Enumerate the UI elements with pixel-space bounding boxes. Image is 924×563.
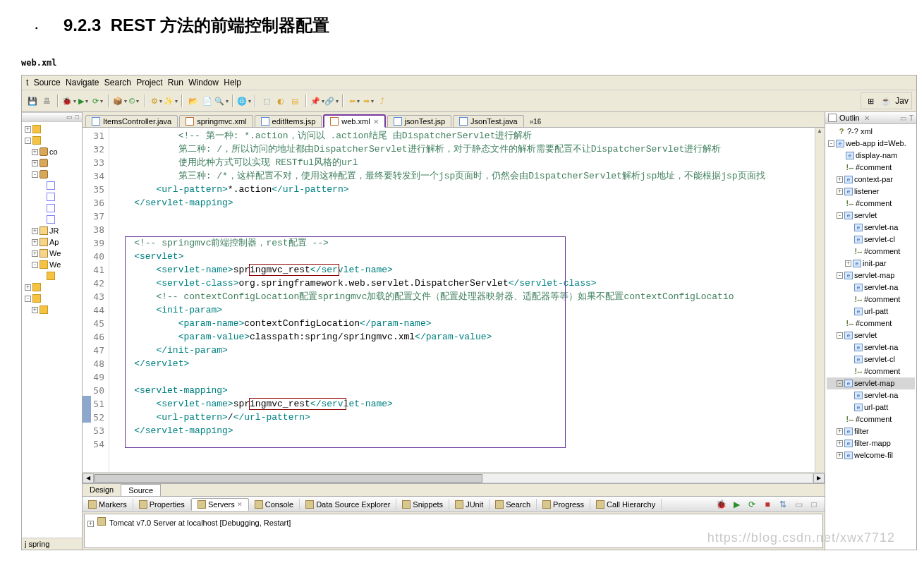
- new-wizard-icon[interactable]: ✨: [164, 95, 177, 107]
- code-line[interactable]: [112, 223, 815, 236]
- scroll-right-icon[interactable]: ▶: [813, 473, 825, 483]
- expand-icon[interactable]: +: [837, 452, 843, 459]
- expand-icon[interactable]: +: [32, 160, 38, 167]
- outline-node[interactable]: -e servlet: [827, 210, 915, 222]
- code-line[interactable]: <param-value>classpath:spring/springmvc.…: [112, 330, 815, 344]
- tree-node[interactable]: +: [22, 304, 82, 315]
- minimize-icon[interactable]: ▭: [792, 498, 805, 511]
- stop-icon[interactable]: ⬚: [260, 95, 273, 107]
- expand-icon[interactable]: -: [837, 272, 843, 279]
- code-line[interactable]: [112, 370, 815, 384]
- server-publish-icon[interactable]: ⇅: [777, 498, 789, 511]
- expand-icon[interactable]: +: [87, 521, 94, 527]
- expand-icon[interactable]: +: [32, 239, 38, 246]
- run-icon[interactable]: ▶: [77, 95, 90, 107]
- tree-node[interactable]: +Ap: [22, 236, 82, 248]
- code-line[interactable]: <servlet>: [112, 250, 815, 263]
- outline-node[interactable]: e servlet-cl: [827, 353, 915, 365]
- tree-node[interactable]: +co: [22, 146, 82, 157]
- bottom-tab-data-source-explorer[interactable]: Data Source Explorer: [300, 499, 396, 510]
- code-line[interactable]: 第三种: /*，这样配置不对，使用这种配置，最终要转发到一个jsp页面时，仍然会…: [112, 169, 815, 183]
- expand-icon[interactable]: -: [837, 332, 843, 339]
- server-profile-icon[interactable]: ⟳: [746, 498, 758, 511]
- expand-icon[interactable]: +: [837, 428, 843, 435]
- menu-window[interactable]: Window: [188, 78, 219, 87]
- back-icon[interactable]: ⬅: [348, 95, 360, 107]
- outline-node[interactable]: -e servlet-map: [827, 270, 915, 282]
- editor-tab[interactable]: ItemsController.java: [85, 115, 178, 127]
- tree-node[interactable]: +: [22, 157, 82, 169]
- code-line[interactable]: [112, 437, 815, 451]
- menu-help[interactable]: Help: [224, 78, 241, 87]
- scroll-left-icon[interactable]: ◀: [83, 473, 94, 483]
- expand-icon[interactable]: -: [25, 138, 31, 144]
- tree-node[interactable]: +We: [22, 248, 82, 259]
- code-line[interactable]: </servlet>: [112, 357, 815, 370]
- server-status-line[interactable]: Tomcat v7.0 Server at localhost [Debuggi…: [109, 519, 291, 527]
- outline-tree[interactable]: ? ?-? xml-e web-app id=Web.e display-nam…: [825, 124, 916, 550]
- up-icon[interactable]: ⤴: [376, 95, 389, 107]
- bottom-tab-search[interactable]: Search: [490, 499, 537, 510]
- outline-node[interactable]: +e listener: [827, 186, 915, 198]
- expand-icon[interactable]: +: [32, 250, 38, 257]
- outline-node[interactable]: +e welcome-fil: [827, 449, 915, 461]
- tree-node[interactable]: [22, 270, 82, 282]
- outline-node[interactable]: !-- #comment: [827, 198, 915, 210]
- outline-node[interactable]: +e filter-mapp: [827, 437, 915, 449]
- tree-node[interactable]: -We: [22, 259, 82, 270]
- expand-icon[interactable]: +: [837, 188, 843, 195]
- outline-node[interactable]: e url-patt: [827, 305, 915, 317]
- bottom-tab-servers[interactable]: Servers ✕: [191, 498, 249, 511]
- project-tree[interactable]: +-+co+-+JR+Ap+We-We+-+: [22, 122, 82, 538]
- tree-node[interactable]: -: [22, 169, 82, 180]
- code-editor[interactable]: 3132333435363738394041424344454647484950…: [83, 128, 825, 472]
- code-line[interactable]: <servlet-name>springmvc_rest</servlet-na…: [112, 397, 815, 411]
- editor-tab[interactable]: editItems.jsp: [255, 115, 322, 127]
- horizontal-scrollbar[interactable]: ◀ ▶: [83, 472, 825, 483]
- save-icon[interactable]: 💾: [26, 95, 39, 107]
- outline-extra-icon[interactable]: T: [909, 114, 913, 122]
- editor-tab[interactable]: springmvc.xml: [179, 115, 253, 127]
- bottom-tab-progress[interactable]: Progress: [537, 499, 590, 510]
- outline-node[interactable]: !-- #comment: [827, 365, 915, 377]
- open-type-icon[interactable]: 📄: [201, 95, 214, 107]
- bottom-tab-properties[interactable]: Properties: [133, 499, 191, 510]
- editor-tab[interactable]: JsonTest.java: [453, 115, 524, 127]
- outline-node[interactable]: !-- #comment: [827, 162, 915, 174]
- new-package-icon[interactable]: 📦: [114, 95, 126, 107]
- code-line[interactable]: </servlet-mapping>: [112, 424, 815, 437]
- link-icon[interactable]: 🔗: [325, 95, 338, 107]
- outline-node[interactable]: -e servlet-map: [827, 377, 915, 389]
- tabs-overflow[interactable]: »16: [525, 116, 546, 127]
- menu-project[interactable]: Project: [136, 78, 162, 87]
- tree-node[interactable]: +: [22, 282, 82, 293]
- server-run-icon[interactable]: ▶: [730, 498, 743, 511]
- bottom-tab-markers[interactable]: Markers: [83, 499, 133, 510]
- tree-node[interactable]: [22, 202, 82, 214]
- debug-icon[interactable]: 🐞: [63, 95, 75, 107]
- open-folder-icon[interactable]: 📂: [187, 95, 200, 107]
- expand-icon[interactable]: +: [25, 126, 31, 133]
- tree-node[interactable]: [22, 180, 82, 191]
- design-tab[interactable]: Design: [83, 484, 121, 496]
- open-perspective-icon[interactable]: ⊞: [864, 95, 877, 107]
- expand-icon[interactable]: -: [837, 212, 843, 219]
- outline-min-icon[interactable]: ▭: [900, 114, 906, 122]
- code-line[interactable]: <!-- contextConfigLocation配置springmvc加载的…: [112, 290, 815, 303]
- tree-node[interactable]: -: [22, 135, 82, 146]
- perspective-switcher[interactable]: ⊞ ☕ Jav: [861, 92, 912, 109]
- code-line[interactable]: <url-pattern>*.action</url-pattern>: [112, 183, 815, 196]
- servers-view-body[interactable]: + Tomcat v7.0 Server at localhost [Debug…: [84, 514, 823, 548]
- expand-icon[interactable]: -: [25, 296, 31, 302]
- outline-node[interactable]: +e context-par: [827, 174, 915, 186]
- tree-node[interactable]: -: [22, 293, 82, 304]
- tree-node[interactable]: [22, 214, 82, 225]
- code-line[interactable]: 第二种: /，所以访问的地址都由DispatcherServlet进行解析，对于…: [112, 143, 815, 156]
- expand-icon[interactable]: +: [32, 149, 38, 155]
- minimize-icon[interactable]: ▭: [66, 114, 73, 121]
- outline-node[interactable]: !-- #comment: [827, 413, 915, 425]
- expand-icon[interactable]: -: [828, 140, 834, 147]
- expand-icon[interactable]: -: [837, 380, 843, 387]
- menu-search[interactable]: Search: [104, 78, 131, 87]
- new-class-icon[interactable]: ©: [128, 95, 140, 107]
